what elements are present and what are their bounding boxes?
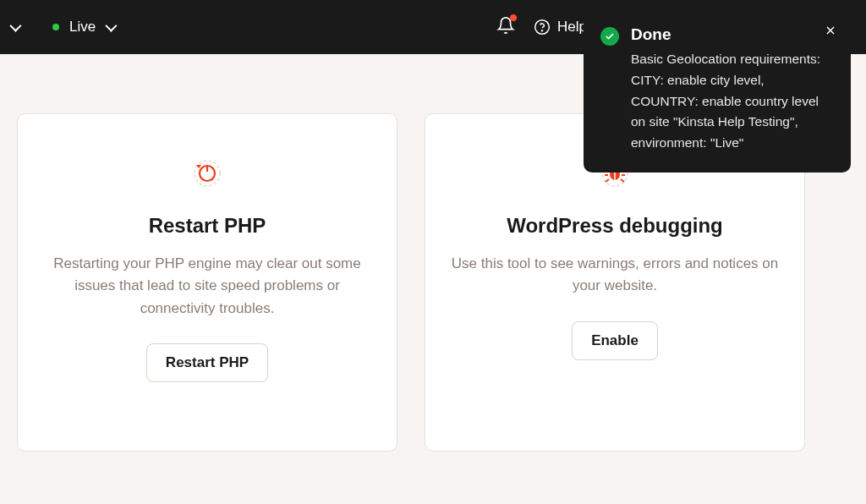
svg-point-1	[542, 30, 543, 31]
restart-icon	[189, 155, 226, 192]
enable-debugging-button[interactable]: Enable	[572, 321, 658, 360]
toast-message: Basic Geolocation require­ments: CITY: e…	[631, 49, 834, 154]
notification-dot-icon	[510, 14, 517, 21]
help-button[interactable]: Help	[534, 19, 587, 36]
card-description: Use this tool to see warnings, errors an…	[451, 253, 779, 298]
toast-notification: Done Basic Geolocation require­ments: CI…	[584, 10, 851, 173]
close-icon	[824, 24, 837, 37]
svg-point-0	[535, 20, 550, 35]
svg-point-4	[195, 161, 220, 186]
help-label: Help	[557, 19, 587, 36]
status-dot-icon	[52, 24, 59, 30]
card-restart-php: Restart PHP Restarting your PHP engine m…	[17, 113, 397, 452]
success-check-icon	[600, 27, 619, 46]
toast-title: Done	[631, 25, 834, 44]
card-title: WordPress debugging	[507, 214, 723, 238]
notifications-button[interactable]	[496, 16, 515, 38]
help-circle-icon	[534, 19, 551, 36]
card-description: Restarting your PHP engine may clear out…	[43, 253, 371, 320]
restart-php-button[interactable]: Restart PHP	[146, 343, 268, 382]
toast-close-button[interactable]	[824, 24, 837, 41]
site-selector-chevron[interactable]	[10, 19, 19, 35]
svg-line-15	[621, 179, 624, 182]
chevron-down-icon	[106, 20, 118, 32]
environment-label: Live	[69, 19, 96, 36]
environment-selector[interactable]: Live	[52, 19, 114, 36]
card-title: Restart PHP	[149, 214, 266, 238]
svg-line-14	[606, 179, 609, 182]
